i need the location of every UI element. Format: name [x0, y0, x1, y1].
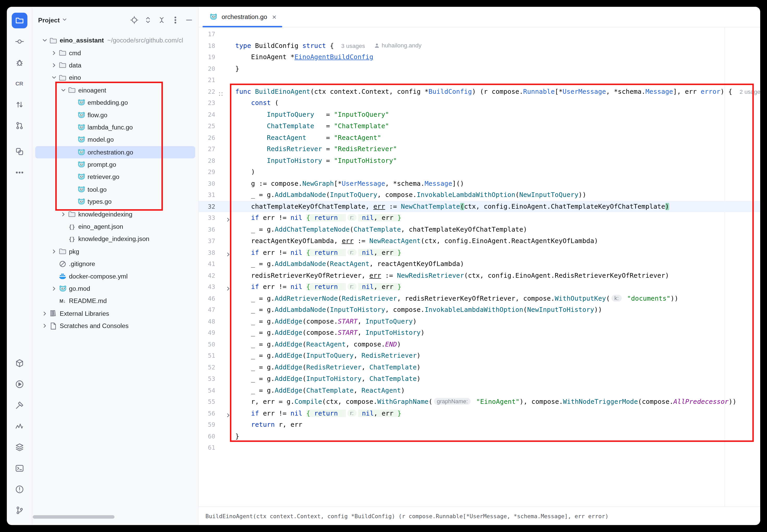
- line-number[interactable]: 47: [199, 304, 215, 316]
- code-line-55[interactable]: 55 r, err = g.Compile(ctx, compose.WithG…: [199, 396, 760, 407]
- line-number[interactable]: 55: [199, 396, 215, 407]
- chevron-right-icon[interactable]: [50, 286, 58, 292]
- code-line-43[interactable]: 43 if err != nil { return r: nil, err }: [199, 281, 760, 293]
- parameter-hint[interactable]: r:: [347, 283, 356, 290]
- parameter-hint[interactable]: r:: [347, 249, 356, 255]
- tree-item-flow-go[interactable]: flow.go: [35, 109, 195, 121]
- line-number[interactable]: 56: [199, 407, 215, 419]
- build-tool-button[interactable]: [12, 397, 27, 413]
- line-number[interactable]: 61: [199, 442, 215, 453]
- line-number[interactable]: 46: [199, 293, 215, 304]
- code-line-26[interactable]: 26 ReactAgent = "ReactAgent": [199, 132, 760, 143]
- line-number[interactable]: 50: [199, 338, 215, 350]
- line-number[interactable]: 22: [199, 86, 215, 97]
- tree-item-pkg[interactable]: pkg: [35, 245, 195, 258]
- project-scrollbar-thumb[interactable]: [33, 515, 114, 519]
- expand-all-icon[interactable]: [144, 16, 152, 24]
- chevron-right-icon[interactable]: [50, 50, 58, 56]
- chevron-right-icon[interactable]: [50, 62, 58, 68]
- code-line-27[interactable]: 27 RedisRetriever = "RedisRetriever": [199, 143, 760, 155]
- line-number[interactable]: 30: [199, 178, 215, 189]
- line-number[interactable]: 17: [199, 28, 215, 40]
- line-number[interactable]: 32: [199, 201, 215, 212]
- code-line-30[interactable]: 30 g := compose.NewGraph[*UserMessage, *…: [199, 178, 760, 189]
- line-number[interactable]: 29: [199, 166, 215, 178]
- line-number[interactable]: 26: [199, 132, 215, 143]
- tree-item-orchestration-go[interactable]: orchestration.go: [35, 146, 195, 158]
- tree-item-data[interactable]: data: [35, 59, 195, 72]
- line-number[interactable]: 43: [199, 281, 215, 293]
- code-line-41[interactable]: 41 _ = g.AddLambdaNode(ReactAgent, react…: [199, 258, 760, 270]
- chevron-right-icon[interactable]: [60, 211, 67, 217]
- tree-item-gitignore[interactable]: .gitignore: [35, 258, 195, 270]
- code-line-59[interactable]: 59 return r, err: [199, 419, 760, 430]
- line-number[interactable]: 42: [199, 270, 215, 281]
- line-number[interactable]: 37: [199, 235, 215, 247]
- collapse-all-icon[interactable]: [157, 16, 166, 24]
- services-tool-button[interactable]: [12, 440, 27, 455]
- tree-item-readme-md[interactable]: M↓README.md: [35, 295, 195, 307]
- tab-orchestration-go[interactable]: orchestration.go ×: [202, 7, 282, 27]
- parameter-hint[interactable]: graphName:: [434, 398, 471, 405]
- code-line-31[interactable]: 31 _ = g.AddLambdaNode(InputToQuery, com…: [199, 189, 760, 201]
- tree-item-docker-compose-yml[interactable]: docker-compose.yml: [35, 270, 195, 283]
- code-line-37[interactable]: 37 reactAgentKeyOfLambda, err := NewReac…: [199, 235, 760, 247]
- line-number[interactable]: 25: [199, 120, 215, 132]
- line-number[interactable]: 21: [199, 74, 215, 86]
- chevron-right-icon[interactable]: [50, 248, 58, 255]
- tree-item-cmd[interactable]: cmd: [35, 47, 195, 59]
- project-tool-button[interactable]: [11, 13, 27, 28]
- chevron-right-icon[interactable]: [41, 310, 48, 317]
- code-line-22[interactable]: 22func BuildEinoAgent(ctx context.Contex…: [199, 86, 760, 97]
- panel-options-icon[interactable]: [171, 16, 180, 24]
- tree-item-eino-agent-json[interactable]: {}eino_agent.json: [35, 220, 195, 233]
- line-number[interactable]: 31: [199, 189, 215, 201]
- code-line-17[interactable]: 17: [199, 28, 760, 40]
- parameter-hint[interactable]: k:: [611, 294, 622, 301]
- code-line-25[interactable]: 25 ChatTemplate = "ChatTemplate": [199, 120, 760, 132]
- run-tool-button[interactable]: [12, 376, 27, 392]
- profiler-tool-button[interactable]: [12, 418, 27, 434]
- version-control-tool-button[interactable]: [12, 503, 27, 518]
- code-line-46[interactable]: 46 _ = g.AddRetrieverNode(RedisRetriever…: [199, 293, 760, 304]
- line-number[interactable]: 60: [199, 430, 215, 442]
- line-number[interactable]: 53: [199, 373, 215, 385]
- code-line-49[interactable]: 49 _ = g.AddEdge(compose.START, InputToH…: [199, 327, 760, 338]
- tree-item-eino-assistant[interactable]: eino_assistant~/gocode/src/github.com/cl: [35, 34, 195, 47]
- code-line-47[interactable]: 47 _ = g.AddLambdaNode(InputToHistory, c…: [199, 304, 760, 316]
- tree-item-go-mod[interactable]: go.mod: [35, 282, 195, 295]
- pull-requests-tool-button[interactable]: [11, 118, 27, 133]
- tree-item-tool-go[interactable]: tool.go: [35, 183, 195, 196]
- terminal-tool-button[interactable]: [12, 460, 27, 476]
- tree-item-model-go[interactable]: model.go: [35, 133, 195, 146]
- code-line-33[interactable]: 33 if err != nil { return r: nil, err }: [199, 212, 760, 224]
- code-line-52[interactable]: 52 _ = g.AddEdge(RedisRetriever, ChatTem…: [199, 362, 760, 373]
- parameter-hint[interactable]: r:: [347, 409, 356, 416]
- line-number[interactable]: 33: [199, 212, 215, 224]
- code-line-20[interactable]: 20}: [199, 63, 760, 74]
- line-number[interactable]: 59: [199, 419, 215, 430]
- tree-item-embedding-go[interactable]: embedding.go: [35, 96, 195, 109]
- project-panel-title[interactable]: Project: [38, 16, 67, 24]
- line-number[interactable]: 54: [199, 385, 215, 396]
- line-number[interactable]: 24: [199, 109, 215, 120]
- code-line-32[interactable]: 32 chatTemplateKeyOfChatTemplate, err :=…: [199, 201, 760, 212]
- tree-item-knowledge-indexing-json[interactable]: {}knowledge_indexing.json: [35, 233, 195, 245]
- debug-tool-button[interactable]: [11, 55, 27, 70]
- parameter-hint[interactable]: r:: [347, 214, 356, 221]
- code-line-48[interactable]: 48 _ = g.AddEdge(compose.START, InputToQ…: [199, 316, 760, 327]
- problems-tool-button[interactable]: [12, 481, 27, 497]
- code-line-24[interactable]: 24 InputToQuery = "InputToQuery": [199, 109, 760, 120]
- hide-panel-icon[interactable]: [185, 16, 193, 24]
- chevron-down-icon[interactable]: [60, 87, 67, 93]
- tree-item-lambda-func-go[interactable]: lambda_func.go: [35, 121, 195, 134]
- line-number[interactable]: 49: [199, 327, 215, 338]
- tree-item-scratches-and-consoles[interactable]: Scratches and Consoles: [35, 320, 195, 332]
- usages-inlay[interactable]: 3 usages: [341, 42, 365, 49]
- code-line-38[interactable]: 38 if err != nil { return r: nil, err }: [199, 247, 760, 258]
- line-number[interactable]: 28: [199, 155, 215, 166]
- line-number[interactable]: 18: [199, 40, 215, 51]
- code-line-21[interactable]: 21: [199, 74, 760, 86]
- line-number[interactable]: 38: [199, 247, 215, 258]
- chevron-right-icon[interactable]: [41, 323, 48, 329]
